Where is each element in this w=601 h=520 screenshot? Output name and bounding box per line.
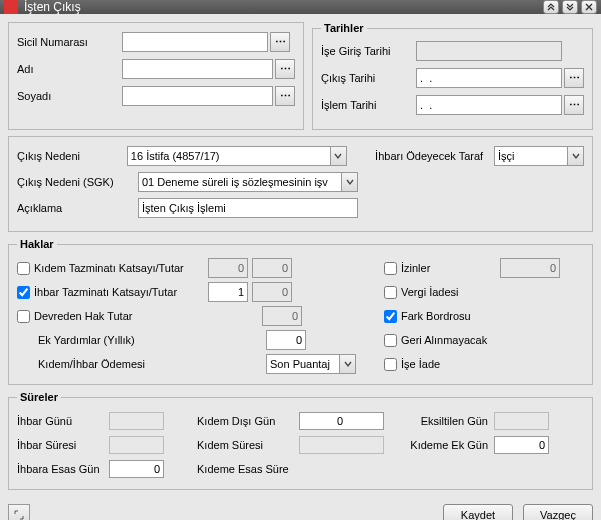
sureler-legend: Süreler bbox=[17, 391, 61, 403]
ihbar-v2 bbox=[252, 282, 292, 302]
kidemihbar-select[interactable]: Son Puantaj bbox=[266, 354, 356, 374]
haklar-legend: Haklar bbox=[17, 238, 57, 250]
ihbar-suresi-v bbox=[109, 436, 164, 454]
islem-date-button[interactable]: ⋯ bbox=[564, 95, 584, 115]
adi-input[interactable] bbox=[122, 59, 273, 79]
ekyardim-label: Ek Yardımlar (Yıllık) bbox=[38, 334, 208, 346]
ihbara-esas-v[interactable] bbox=[109, 460, 164, 478]
eksiltilen-v bbox=[494, 412, 549, 430]
aciklama-input[interactable] bbox=[138, 198, 358, 218]
minimize-icon[interactable] bbox=[543, 0, 559, 14]
ihbar-label: İhbar Tazminatı Katsayı/Tutar bbox=[34, 286, 204, 298]
ihbara-esas-label: İhbara Esas Gün bbox=[17, 463, 107, 475]
dates-legend: Tarihler bbox=[321, 22, 367, 34]
sgk-label: Çıkış Nedeni (SGK) bbox=[17, 176, 132, 188]
window-title: İşten Çıkış bbox=[24, 0, 543, 14]
reason-panel: Çıkış Nedeni 16 İstifa (4857/17) İhbarı … bbox=[8, 136, 593, 232]
vergi-label: Vergi İadesi bbox=[401, 286, 458, 298]
kideme-esas-label: Kıdeme Esas Süre bbox=[197, 463, 297, 475]
sureler-panel: Süreler İhbar Günü İhbar Süresi İhbara E… bbox=[8, 391, 593, 490]
ekyardim-v[interactable] bbox=[266, 330, 306, 350]
expand-icon[interactable] bbox=[8, 504, 30, 520]
haklar-panel: Haklar Kıdem Tazminatı Katsayı/Tutar İhb… bbox=[8, 238, 593, 385]
kidem-ek-v[interactable] bbox=[494, 436, 549, 454]
iseiade-label: İşe İade bbox=[401, 358, 440, 370]
fark-label: Fark Bordrosu bbox=[401, 310, 471, 322]
eksiltilen-label: Eksiltilen Gün bbox=[407, 415, 492, 427]
adi-lookup-button[interactable]: ⋯ bbox=[275, 59, 295, 79]
izinler-v bbox=[500, 258, 560, 278]
kidem-ek-label: Kıdeme Ek Gün bbox=[407, 439, 492, 451]
islem-label: İşlem Tarihi bbox=[321, 99, 416, 111]
ihbar-taraf-select[interactable]: İşçi bbox=[494, 146, 584, 166]
cikis-date-button[interactable]: ⋯ bbox=[564, 68, 584, 88]
kidem-suresi-label: Kıdem Süresi bbox=[197, 439, 297, 451]
sicil-lookup-button[interactable]: ⋯ bbox=[270, 32, 290, 52]
cikis-input[interactable] bbox=[416, 68, 562, 88]
kidem-check[interactable] bbox=[17, 262, 30, 275]
title-bar: İşten Çıkış bbox=[0, 0, 601, 14]
ihbar-gunu-label: İhbar Günü bbox=[17, 415, 107, 427]
save-button[interactable]: Kaydet bbox=[443, 504, 513, 520]
cikis-label: Çıkış Tarihi bbox=[321, 72, 416, 84]
app-icon bbox=[4, 0, 18, 14]
izinler-label: İzinler bbox=[401, 262, 496, 274]
kidem-v1 bbox=[208, 258, 248, 278]
maximize-icon[interactable] bbox=[562, 0, 578, 14]
ihbar-suresi-label: İhbar Süresi bbox=[17, 439, 107, 451]
neden-label: Çıkış Nedeni bbox=[17, 150, 121, 162]
cancel-button[interactable]: Vazgeç bbox=[523, 504, 593, 520]
vergi-check[interactable] bbox=[384, 286, 397, 299]
soyadi-lookup-button[interactable]: ⋯ bbox=[275, 86, 295, 106]
devreden-check[interactable] bbox=[17, 310, 30, 323]
kidem-disi-v[interactable] bbox=[299, 412, 384, 430]
kidem-disi-label: Kıdem Dışı Gün bbox=[197, 415, 297, 427]
kidem-suresi-v bbox=[299, 436, 384, 454]
geri-check[interactable] bbox=[384, 334, 397, 347]
close-icon[interactable] bbox=[581, 0, 597, 14]
identity-panel: Sicil Numarası ⋯ Adı ⋯ Soyadı ⋯ bbox=[8, 22, 304, 130]
izinler-check[interactable] bbox=[384, 262, 397, 275]
giris-label: İşe Giriş Tarihi bbox=[321, 45, 416, 57]
giris-value bbox=[416, 41, 562, 61]
kidem-v2 bbox=[252, 258, 292, 278]
islem-input[interactable] bbox=[416, 95, 562, 115]
soyadi-input[interactable] bbox=[122, 86, 273, 106]
aciklama-label: Açıklama bbox=[17, 202, 132, 214]
dates-panel: Tarihler İşe Giriş Tarihi Çıkış Tarihi ⋯… bbox=[312, 22, 593, 130]
geri-label: Geri Alınmayacak bbox=[401, 334, 487, 346]
sicil-label: Sicil Numarası bbox=[17, 36, 122, 48]
soyadi-label: Soyadı bbox=[17, 90, 122, 102]
kidemihbar-label: Kıdem/İhbar Ödemesi bbox=[38, 358, 208, 370]
ihbar-v1[interactable] bbox=[208, 282, 248, 302]
ihbar-taraf-label: İhbarı Ödeyecek Taraf bbox=[375, 150, 488, 162]
devreden-v bbox=[262, 306, 302, 326]
kidem-label: Kıdem Tazminatı Katsayı/Tutar bbox=[34, 262, 204, 274]
adi-label: Adı bbox=[17, 63, 122, 75]
ihbar-check[interactable] bbox=[17, 286, 30, 299]
ihbar-gunu-v bbox=[109, 412, 164, 430]
neden-select[interactable]: 16 İstifa (4857/17) bbox=[127, 146, 347, 166]
devreden-label: Devreden Hak Tutar bbox=[34, 310, 204, 322]
fark-check[interactable] bbox=[384, 310, 397, 323]
sicil-input[interactable] bbox=[122, 32, 268, 52]
iseiade-check[interactable] bbox=[384, 358, 397, 371]
sgk-select[interactable]: 01 Deneme süreli iş sözleşmesinin işv bbox=[138, 172, 358, 192]
